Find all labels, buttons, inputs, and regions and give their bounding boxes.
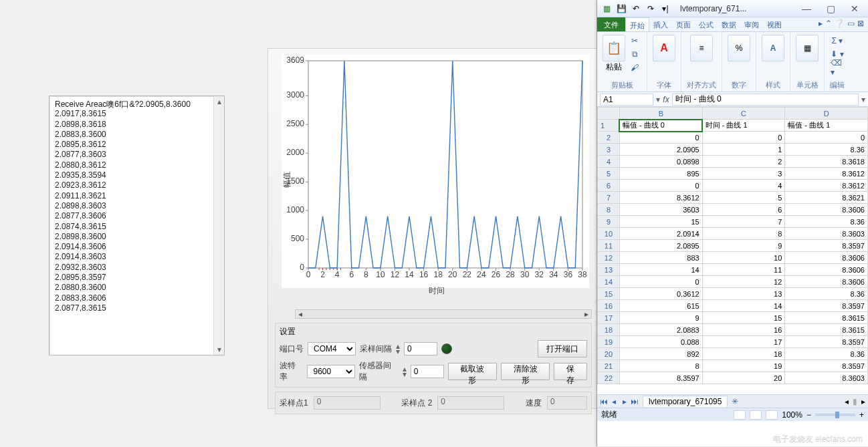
capture-wave-button[interactable]: 截取波形: [448, 363, 497, 380]
cell[interactable]: 8.3606: [785, 252, 868, 264]
cell[interactable]: 11: [702, 264, 785, 276]
sensor-interval-input[interactable]: [411, 365, 444, 378]
cell[interactable]: 895: [619, 168, 702, 180]
cell[interactable]: 8.3597: [785, 360, 868, 372]
formula-expand-icon[interactable]: ▾: [861, 95, 865, 104]
cell[interactable]: 0.3612: [619, 288, 702, 300]
row-header[interactable]: 19: [598, 336, 620, 348]
row-header[interactable]: 14: [598, 276, 620, 288]
ribbon-expand-icon[interactable]: ▸: [819, 19, 823, 31]
zoom-in-icon[interactable]: +: [859, 410, 864, 420]
cell[interactable]: 18: [702, 348, 785, 360]
zoom-out-icon[interactable]: −: [806, 410, 811, 420]
cell[interactable]: 8.3621: [785, 192, 868, 204]
window-restore-icon[interactable]: ▭: [847, 19, 855, 31]
cell[interactable]: 1: [702, 144, 785, 156]
spreadsheet-table[interactable]: BCD1幅值 - 曲线 0时间 - 曲线 1幅值 - 曲线 1200032.09…: [597, 107, 868, 384]
page-layout-view-icon[interactable]: [750, 410, 762, 420]
cell[interactable]: 8.36: [785, 348, 868, 360]
style-button[interactable]: A: [762, 35, 784, 61]
sheet-area[interactable]: BCD1幅值 - 曲线 0时间 - 曲线 1幅值 - 曲线 1200032.09…: [597, 107, 868, 394]
row-header[interactable]: 1: [598, 120, 620, 132]
cell[interactable]: 0: [702, 132, 785, 144]
scroll-left-icon[interactable]: ◂: [296, 310, 305, 318]
row-header[interactable]: 12: [598, 252, 620, 264]
cell[interactable]: 4: [702, 180, 785, 192]
cell[interactable]: 0: [619, 132, 702, 144]
cell[interactable]: 8.3597: [785, 240, 868, 252]
name-box[interactable]: [600, 94, 653, 106]
ribbon-tab-2[interactable]: 插入: [649, 17, 672, 31]
cell[interactable]: 6: [702, 204, 785, 216]
cell[interactable]: 9: [619, 312, 702, 324]
cell[interactable]: 8.36: [785, 216, 868, 228]
new-sheet-icon[interactable]: ✳: [732, 397, 738, 406]
cell[interactable]: 7: [702, 216, 785, 228]
cell[interactable]: 幅值 - 曲线 0: [619, 120, 702, 132]
open-port-button[interactable]: 打开端口: [538, 340, 587, 357]
sheet-last-icon[interactable]: ⏭: [631, 397, 639, 406]
cell[interactable]: 0.088: [619, 336, 702, 348]
row-header[interactable]: 15: [598, 288, 620, 300]
ribbon-tab-3[interactable]: 页面: [672, 17, 695, 31]
row-header[interactable]: 5: [598, 168, 620, 180]
sheet-first-icon[interactable]: ⏮: [600, 397, 608, 406]
spin-icon[interactable]: ▴▾: [403, 366, 407, 377]
row-header[interactable]: 6: [598, 180, 620, 192]
help-icon[interactable]: ❔: [835, 19, 845, 31]
cell[interactable]: 9: [702, 240, 785, 252]
cell[interactable]: 2.0883: [619, 324, 702, 336]
cell[interactable]: 15: [619, 216, 702, 228]
cell[interactable]: 883: [619, 252, 702, 264]
cell[interactable]: 8.3606: [785, 276, 868, 288]
row-header[interactable]: 16: [598, 300, 620, 312]
ribbon-tab-1[interactable]: 开始: [625, 17, 649, 31]
ribbon-tab-7[interactable]: 视图: [763, 17, 786, 31]
cell[interactable]: 8.3606: [785, 264, 868, 276]
cut-icon[interactable]: ✂: [628, 35, 641, 47]
ribbon-tab-0[interactable]: 文件: [597, 17, 625, 31]
cell[interactable]: 8.3615: [785, 324, 868, 336]
scroll-right-icon[interactable]: ▸: [582, 310, 591, 318]
cell[interactable]: 2.0914: [619, 228, 702, 240]
cell[interactable]: 12: [702, 276, 785, 288]
spin-icon[interactable]: ▴▾: [396, 343, 400, 354]
row-header[interactable]: 21: [598, 360, 620, 372]
receive-scrollbar[interactable]: ▴ ▾: [213, 96, 224, 355]
cell[interactable]: 2: [702, 156, 785, 168]
redo-icon[interactable]: ↷: [645, 3, 656, 14]
ribbon-tab-5[interactable]: 数据: [718, 17, 740, 31]
row-header[interactable]: 4: [598, 156, 620, 168]
cell[interactable]: 8.36: [785, 144, 868, 156]
cell[interactable]: 时间 - 曲线 1: [702, 120, 785, 132]
copy-icon[interactable]: ⧉: [628, 48, 641, 60]
ribbon-tab-4[interactable]: 公式: [695, 17, 718, 31]
col-header[interactable]: [598, 108, 620, 120]
col-header[interactable]: C: [702, 108, 785, 120]
cell[interactable]: 8.36: [785, 288, 868, 300]
paste-button[interactable]: 📋: [603, 35, 625, 61]
port-select[interactable]: COM4: [308, 342, 356, 355]
row-header[interactable]: 22: [598, 372, 620, 384]
save-button[interactable]: 保存: [554, 363, 587, 380]
cell[interactable]: 3603: [619, 204, 702, 216]
cell[interactable]: 0: [619, 276, 702, 288]
clear-icon[interactable]: ⌫ ▾: [831, 61, 844, 73]
cell[interactable]: 20: [702, 372, 785, 384]
cell[interactable]: 8.3612: [619, 192, 702, 204]
fx-icon[interactable]: fx: [660, 95, 672, 104]
col-header[interactable]: B: [619, 108, 702, 120]
tab-scroll-right-icon[interactable]: ▸: [861, 397, 865, 406]
cell[interactable]: 8.3612: [785, 180, 868, 192]
cell[interactable]: 8.3606: [785, 204, 868, 216]
cell[interactable]: 8: [702, 228, 785, 240]
cell[interactable]: 892: [619, 348, 702, 360]
cell[interactable]: 14: [702, 300, 785, 312]
cell[interactable]: 19: [702, 360, 785, 372]
scroll-up-icon[interactable]: ▴: [214, 96, 224, 107]
row-header[interactable]: 3: [598, 144, 620, 156]
maximize-icon[interactable]: ▢: [821, 3, 840, 14]
ribbon-tab-6[interactable]: 审阅: [740, 17, 763, 31]
cell[interactable]: 3: [702, 168, 785, 180]
cell[interactable]: 14: [619, 264, 702, 276]
